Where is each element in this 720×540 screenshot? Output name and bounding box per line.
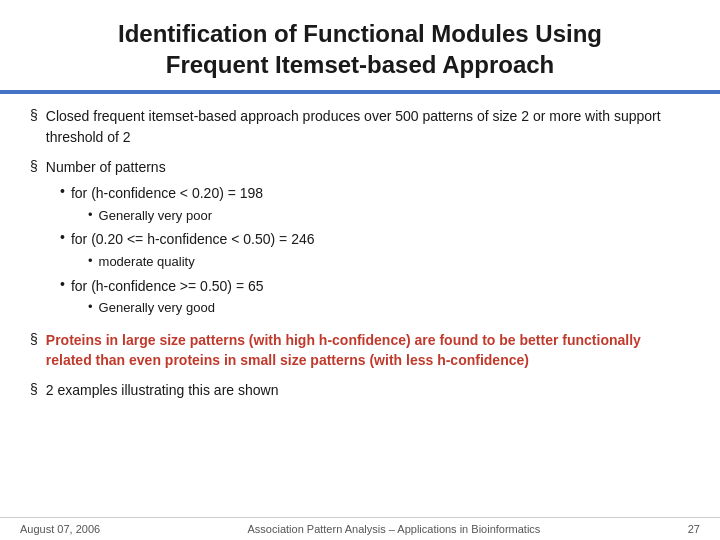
footer-left: August 07, 2006 (20, 523, 100, 535)
sub-sub-bullet-text-2-1-1: Generally very poor (99, 207, 212, 226)
bullet-text-2: Number of patterns (46, 157, 166, 177)
sub-sub-bullet-dot-2-3-1: • (88, 299, 93, 314)
footer-right: 27 (688, 523, 700, 535)
footer: August 07, 2006 Association Pattern Anal… (0, 517, 720, 540)
sub-bullet-text-2-3: for (h-confidence >= 0.50) = 65 (71, 276, 264, 296)
bullet-main-4: § 2 examples illustrating this are shown (30, 380, 690, 400)
bullet-section-2: § Number of patterns • for (h-confidence… (30, 157, 690, 320)
bullet-symbol-2: § (30, 158, 38, 174)
bullet-symbol-1: § (30, 107, 38, 123)
bullet-symbol-3: § (30, 331, 38, 347)
sub-sub-bullets-2-3: • Generally very good (60, 299, 690, 318)
sub-sub-bullet-2-2-1: • moderate quality (88, 253, 690, 272)
bullet-text-3: Proteins in large size patterns (with hi… (46, 330, 690, 371)
sub-bullet-dot-2-1: • (60, 183, 65, 199)
sub-sub-bullet-2-1-1: • Generally very poor (88, 207, 690, 226)
sub-sub-bullets-2-1: • Generally very poor (60, 207, 690, 226)
bullet-text-4: 2 examples illustrating this are shown (46, 380, 279, 400)
sub-bullets-2: • for (h-confidence < 0.20) = 198 • Gene… (30, 183, 690, 319)
sub-bullet-2-1: • for (h-confidence < 0.20) = 198 (60, 183, 690, 203)
sub-bullet-2-2: • for (0.20 <= h-confidence < 0.50) = 24… (60, 229, 690, 249)
title-line1: Identification of Functional Modules Usi… (118, 20, 602, 47)
bullet-section-1: § Closed frequent itemset-based approach… (30, 106, 690, 147)
sub-sub-bullets-2-2: • moderate quality (60, 253, 690, 272)
bullet-section-4: § 2 examples illustrating this are shown (30, 380, 690, 400)
bullet-section-3: § Proteins in large size patterns (with … (30, 330, 690, 371)
slide-container: Identification of Functional Modules Usi… (0, 0, 720, 540)
bullet-main-1: § Closed frequent itemset-based approach… (30, 106, 690, 147)
footer-center: Association Pattern Analysis – Applicati… (248, 523, 541, 535)
sub-bullet-text-2-2: for (0.20 <= h-confidence < 0.50) = 246 (71, 229, 315, 249)
sub-sub-bullet-text-2-3-1: Generally very good (99, 299, 215, 318)
title-area: Identification of Functional Modules Usi… (0, 0, 720, 90)
bullet-symbol-4: § (30, 381, 38, 397)
sub-sub-bullet-text-2-2-1: moderate quality (99, 253, 195, 272)
sub-sub-bullet-dot-2-2-1: • (88, 253, 93, 268)
title-line2: Frequent Itemset-based Approach (166, 51, 555, 78)
slide-title: Identification of Functional Modules Usi… (30, 18, 690, 80)
sub-bullet-2-3: • for (h-confidence >= 0.50) = 65 (60, 276, 690, 296)
bullet-main-3: § Proteins in large size patterns (with … (30, 330, 690, 371)
sub-sub-bullet-dot-2-1-1: • (88, 207, 93, 222)
bullet-text-1: Closed frequent itemset-based approach p… (46, 106, 690, 147)
content-area: § Closed frequent itemset-based approach… (0, 94, 720, 517)
bullet-main-2: § Number of patterns (30, 157, 690, 177)
sub-bullet-dot-2-3: • (60, 276, 65, 292)
sub-sub-bullet-2-3-1: • Generally very good (88, 299, 690, 318)
sub-bullet-text-2-1: for (h-confidence < 0.20) = 198 (71, 183, 263, 203)
sub-bullet-dot-2-2: • (60, 229, 65, 245)
